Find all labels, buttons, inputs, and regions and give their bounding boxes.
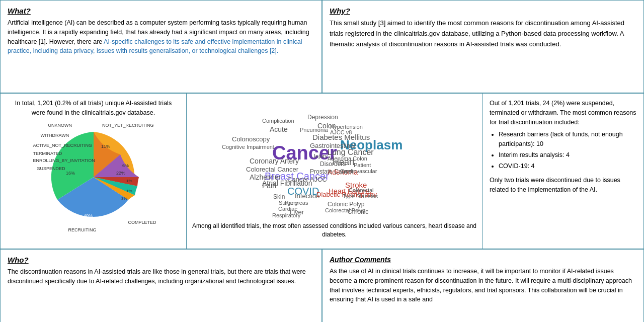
who-section: Who? The discontinuation reasons in AI-a… [0, 249, 322, 322]
what-title: What? [8, 7, 314, 15]
label-enrolling: 3% [121, 196, 127, 201]
word-acute: Acute [270, 126, 288, 133]
word-cardiac: Cardiac [278, 206, 297, 212]
word-alzheimer: Alzheimer [250, 174, 281, 181]
pie-label-enrolling: ENROLLING_BY_INVITATION [33, 158, 95, 163]
wordcloud-section: CancerBreast CancerNeoplasmCOVIDCoronary… [187, 94, 482, 249]
word-cancer-ajcc: Cancer AJCC [287, 176, 327, 183]
word-colorectal: Colorectal [349, 188, 374, 193]
label-recruiting: 40% [84, 213, 93, 218]
pie-label-withdrawn: WITHDRAWN [41, 133, 69, 138]
author-text: As the use of AI in clinical trials cont… [330, 267, 636, 304]
word-surgery: Surgery [279, 200, 298, 206]
pie-label-not-yet-recruiting: NOT_YET_RECRUITING [102, 123, 154, 128]
word-cognitive-impairment: Cognitive Impairment [222, 144, 274, 150]
word-colorectal-cancer: Colorectal Cancer [246, 166, 298, 173]
why-text: This small study [3] aimed to identify t… [330, 18, 636, 49]
word-coronary-artery: Coronary Artery [250, 157, 299, 165]
word-type-diabetes: Type Diabetes [343, 194, 378, 199]
what-section: What? Artificial intelligence (AI) can b… [0, 0, 322, 93]
label-active: 6% [122, 163, 129, 168]
why-title: Why? [330, 7, 636, 15]
label-completed: 22% [116, 171, 125, 176]
word-complication: Complication [262, 118, 294, 124]
word-pneumonia: Pneumonia [300, 127, 328, 133]
pie-label-completed: COMPLETED [128, 220, 156, 225]
pie-label-active: ACTIVE_NOT_RECRUITING [33, 143, 93, 148]
bullet-item-3: COVID-19: 4 [499, 162, 636, 171]
what-text: Artificial intelligence (AI) can be desc… [8, 18, 314, 56]
word-patient: Patient [354, 163, 371, 168]
pie-chart: 22% 40% 16% 11% 6% 1% 1% 3% NOT_YET_RECR… [38, 122, 149, 232]
word-ajcc-v8: AJCC v8 [330, 130, 352, 135]
stats-section: Out of 1,201 trials, 24 (2%) were suspen… [482, 94, 643, 249]
word-chronic: Chronic [348, 209, 368, 215]
word-disorders: Disorders [320, 161, 346, 167]
who-title: Who? [8, 256, 314, 264]
wordcloud-caption: Among all identified trials, the most of… [192, 222, 477, 239]
word-pain: Pain [262, 182, 276, 189]
author-section: Author Comments As the use of AI in clin… [322, 249, 644, 322]
word-skin: Skin [273, 194, 285, 200]
word-colonic-polyp: Colonic Polyp [328, 201, 364, 207]
pie-label-recruiting: RECRUITING [68, 227, 97, 232]
label-terminated: 1% [126, 189, 132, 193]
bullet-item-1: Research barriers (lack of funds, not en… [499, 130, 636, 149]
middle-section: In total, 1,201 (0.2% of all trials) uni… [0, 93, 644, 249]
author-title: Author Comments [330, 256, 636, 264]
word-adenoma-colon: Adenoma Colon [328, 156, 367, 162]
main-grid: What? Artificial intelligence (AI) can b… [0, 0, 644, 322]
pie-label-terminated: TERMINATED [33, 151, 62, 156]
word-injury: Injury [314, 153, 328, 159]
pie-label-unknown: UNKNOWN [48, 123, 72, 128]
word-depression: Depression [307, 114, 338, 120]
who-text: The discontinuation reasons in AI-assist… [8, 267, 314, 286]
label-withdrawn: 1% [126, 179, 132, 183]
label-unknown: 11% [101, 144, 110, 149]
wordcloud: CancerBreast CancerNeoplasmCOVIDCoronary… [192, 103, 477, 219]
word-gastrointestinal: Gastrointestinal [310, 142, 355, 149]
pie-intro-text: In total, 1,201 (0.2% of all trials) uni… [8, 99, 179, 118]
bullet-list: Research barriers (lack of funds, not en… [490, 130, 636, 171]
word-cardiovascular: Cardiovascular [340, 169, 377, 174]
word-infection: Infection [295, 193, 319, 199]
word-colonoscopy: Colonoscopy [232, 136, 270, 142]
label-not-yet: 16% [66, 171, 75, 176]
bullet-item-2: Interim results analysis: 4 [499, 150, 636, 160]
stats-outro: Only two trials were discontinued due to… [490, 176, 636, 195]
word-hypertension: Hypertension [330, 124, 363, 130]
pie-label-suspended: SUSPENDED [37, 166, 65, 171]
word-respiratory: Respiratory [272, 213, 300, 218]
stats-intro: Out of 1,201 trials, 24 (2%) were suspen… [490, 99, 636, 127]
pie-section: In total, 1,201 (0.2% of all trials) uni… [1, 94, 187, 249]
pie-svg: 22% 40% 16% 11% 6% 1% 1% 3% [38, 122, 149, 232]
why-section: Why? This small study [3] aimed to ident… [322, 0, 644, 93]
